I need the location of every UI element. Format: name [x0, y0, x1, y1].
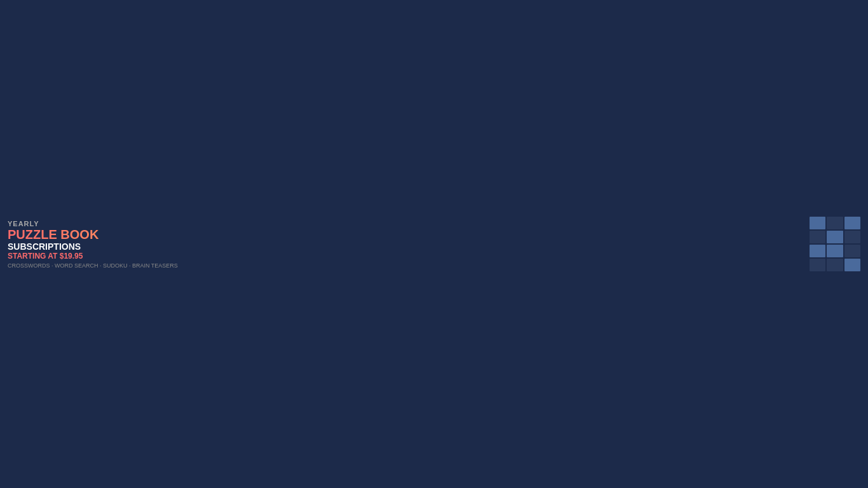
sidebar: Connect with an Inmate Arrest Records ❯ … [13, 69, 292, 442]
main-container: Connect with an Inmate Arrest Records ❯ … [0, 69, 868, 454]
sidebar-ad[interactable]: YEARLY PUZZLE BOOK SUBSCRIPTIONS STARTIN… [13, 431, 292, 434]
